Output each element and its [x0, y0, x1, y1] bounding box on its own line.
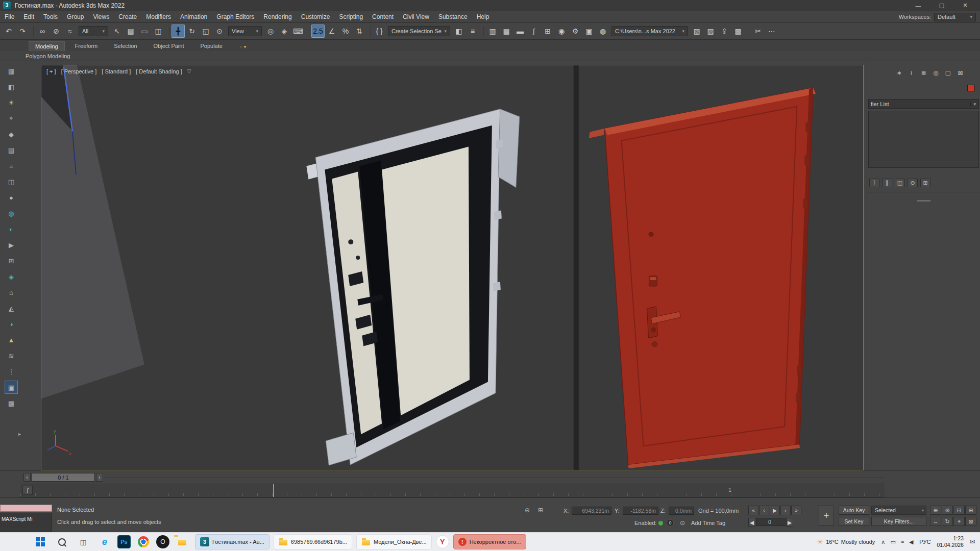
- taskbar-window-3dsmax[interactable]: 3Гостиная.max - Au...: [195, 534, 270, 549]
- menu-group[interactable]: Group: [62, 13, 88, 20]
- photoshop-icon[interactable]: Ps: [117, 535, 131, 548]
- use-pivot-point-icon[interactable]: ◎: [264, 24, 277, 38]
- pin-stack-icon[interactable]: ⊺: [869, 179, 879, 187]
- configure-modifier-sets-icon[interactable]: ⊞: [920, 179, 930, 187]
- maxscript-mini-listener[interactable]: MAXScript Mi: [0, 513, 52, 532]
- previous-frame-arrow[interactable]: ‹: [23, 473, 31, 482]
- left-toolbar-icon[interactable]: ◑: [5, 317, 18, 331]
- spinner-snap-icon[interactable]: ⇅: [353, 24, 366, 38]
- taskbar-window-folder[interactable]: Модели_Окна-Две...: [356, 534, 432, 549]
- taskbar-window-alert[interactable]: !Некорректное ото...: [453, 534, 526, 549]
- select-and-move-icon[interactable]: ╋: [172, 24, 185, 38]
- left-toolbar-icon[interactable]: ◧: [5, 80, 18, 93]
- menu-civil-view[interactable]: Civil View: [398, 13, 434, 20]
- ribbon-tab-modeling[interactable]: Modeling: [29, 41, 65, 51]
- menu-tools[interactable]: Tools: [39, 13, 62, 20]
- hierarchy-tab-icon[interactable]: ≣: [918, 68, 929, 78]
- menu-substance[interactable]: Substance: [434, 13, 472, 20]
- redo-icon[interactable]: ↷: [16, 24, 29, 38]
- maximize-viewport-icon[interactable]: ⊠: [965, 517, 976, 526]
- undo-icon[interactable]: ↶: [2, 24, 15, 38]
- battery-icon[interactable]: ▭: [890, 539, 895, 545]
- select-object-icon[interactable]: ↖: [110, 24, 124, 38]
- volume-icon[interactable]: ◀: [909, 539, 913, 545]
- viewport-perspective[interactable]: x y [ + ] [ Perspective ] [ Standard ] […: [41, 65, 864, 470]
- left-toolbar-icon[interactable]: ≡: [5, 159, 18, 172]
- mini-curve-editor-button[interactable]: ∫: [22, 486, 33, 495]
- select-and-link-icon[interactable]: ∞: [36, 24, 49, 38]
- keyboard-shortcut-override-icon[interactable]: ⌨: [291, 24, 305, 38]
- zoom-icon[interactable]: ⊕: [930, 506, 941, 515]
- left-toolbar-icon[interactable]: ⊞: [5, 254, 18, 267]
- hidden-icons-chevron[interactable]: ∧: [881, 539, 885, 545]
- utilities-tab-icon[interactable]: ⊠: [955, 68, 966, 78]
- left-toolbar-icon[interactable]: ▣: [5, 381, 18, 394]
- taskbar-window-folder[interactable]: 6985769.66d96179b...: [274, 534, 352, 549]
- modifier-stack[interactable]: [868, 111, 979, 168]
- asset-tracking-icon[interactable]: ▧: [690, 24, 703, 38]
- menu-edit[interactable]: Edit: [19, 13, 39, 20]
- current-frame-field[interactable]: 0: [756, 518, 786, 526]
- viewport-menu-pov[interactable]: [ Perspective ]: [61, 68, 97, 74]
- left-toolbar-icon[interactable]: ◆: [5, 128, 18, 141]
- share-view-icon[interactable]: ⇪: [718, 24, 731, 38]
- angle-snap-icon[interactable]: ∠: [325, 24, 338, 38]
- show-end-result-icon[interactable]: ∥: [882, 179, 892, 187]
- zoom-region-icon[interactable]: ⊞: [965, 506, 976, 515]
- named-selection-set-dropdown[interactable]: Create Selection Se: [388, 26, 450, 36]
- maximize-button[interactable]: ▢: [930, 0, 953, 11]
- render-production-icon[interactable]: ◍: [596, 24, 609, 38]
- left-toolbar-icon[interactable]: ☀: [5, 96, 18, 109]
- ribbon-tab-selection[interactable]: Selection: [108, 41, 143, 51]
- render-in-cloud-icon[interactable]: ▩: [731, 24, 745, 38]
- mirror-icon[interactable]: ◧: [452, 24, 465, 38]
- toggle-scene-explorer-icon[interactable]: ▥: [486, 24, 499, 38]
- network-icon[interactable]: ≈: [901, 539, 904, 545]
- select-and-rotate-icon[interactable]: ↻: [185, 24, 199, 38]
- align-icon[interactable]: ≡: [466, 24, 479, 38]
- left-toolbar-icon[interactable]: ◐: [5, 222, 18, 236]
- zoom-extents-icon[interactable]: ⊡: [953, 506, 965, 515]
- set-keys-button[interactable]: +: [819, 506, 834, 526]
- workspaces-dropdown[interactable]: Default: [934, 13, 976, 21]
- key-filters-button[interactable]: Key Filters...: [871, 517, 926, 526]
- maxscript-macro-line[interactable]: [0, 505, 52, 512]
- remove-modifier-icon[interactable]: ⊖: [908, 179, 918, 187]
- menu-scripting[interactable]: Scripting: [334, 13, 368, 20]
- modifier-list-dropdown[interactable]: fier List: [868, 99, 979, 109]
- left-toolbar-icon[interactable]: ●: [5, 191, 18, 204]
- absolute-mode-icon[interactable]: ⊞: [538, 507, 543, 514]
- menu-modifiers[interactable]: Modifiers: [141, 13, 176, 20]
- rendered-frame-window-icon[interactable]: ▣: [582, 24, 596, 38]
- slice-tool-icon[interactable]: ✂: [751, 24, 765, 38]
- left-toolbar-icon[interactable]: ◭: [5, 302, 18, 315]
- snaps-toggle-icon[interactable]: 2.5: [311, 24, 325, 38]
- weather-widget[interactable]: ☀ 16°C Mostly cloudy: [817, 538, 875, 546]
- key-mode-dropdown[interactable]: Selected: [871, 506, 926, 515]
- menu-rendering[interactable]: Rendering: [259, 13, 296, 20]
- toggle-layer-explorer-icon[interactable]: ▦: [500, 24, 513, 38]
- time-slider-handle[interactable]: 0 / 1: [32, 473, 95, 482]
- go-to-end-button[interactable]: »: [791, 506, 801, 515]
- yandex-browser-icon[interactable]: Y: [436, 535, 449, 548]
- window-crossing-icon[interactable]: ◫: [152, 24, 165, 38]
- menu-graph-editors[interactable]: Graph Editors: [212, 13, 259, 20]
- left-toolbar-icon[interactable]: ▩: [5, 396, 18, 410]
- reference-coordinate-dropdown[interactable]: View: [228, 26, 262, 36]
- viewport-menu-renderer[interactable]: [ Standard ]: [102, 68, 131, 74]
- rollout-divider[interactable]: [917, 200, 930, 202]
- viewport-menu-general[interactable]: [ + ]: [46, 68, 56, 74]
- field-of-view-icon[interactable]: ⌖: [953, 517, 965, 526]
- clock-widget[interactable]: 1:23 01.04.2026: [937, 535, 964, 548]
- polygon-modeling-panel[interactable]: Polygon Modeling: [26, 53, 70, 59]
- play-button[interactable]: ▶: [770, 506, 780, 515]
- add-time-tag[interactable]: Add Time Tag: [691, 520, 725, 526]
- select-and-manipulate-icon[interactable]: ◈: [278, 24, 291, 38]
- selection-lock-icon[interactable]: ⊝: [525, 507, 530, 514]
- y-coordinate-field[interactable]: -1182,58m: [623, 507, 658, 515]
- select-by-name-icon[interactable]: ▤: [124, 24, 137, 38]
- x-coordinate-field[interactable]: 6943,231m: [572, 507, 611, 515]
- time-slider-track[interactable]: [104, 477, 885, 478]
- trackbar-marker[interactable]: [273, 484, 274, 497]
- rectangular-selection-icon[interactable]: ▭: [138, 24, 151, 38]
